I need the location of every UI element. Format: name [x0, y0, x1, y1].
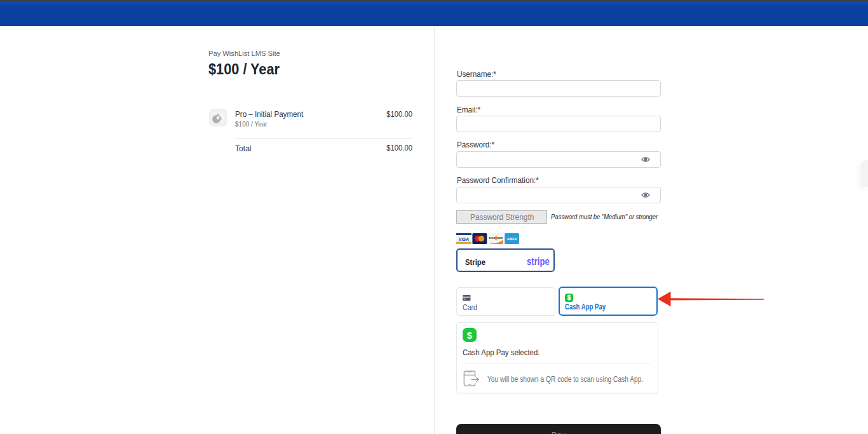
svg-text:AMEX: AMEX — [507, 237, 517, 241]
svg-text:VER: VER — [498, 236, 503, 240]
svg-text:$: $ — [466, 329, 472, 340]
svg-text:DISC: DISC — [489, 236, 495, 240]
svg-text:VISA: VISA — [459, 237, 469, 241]
svg-text:$: $ — [567, 294, 571, 301]
